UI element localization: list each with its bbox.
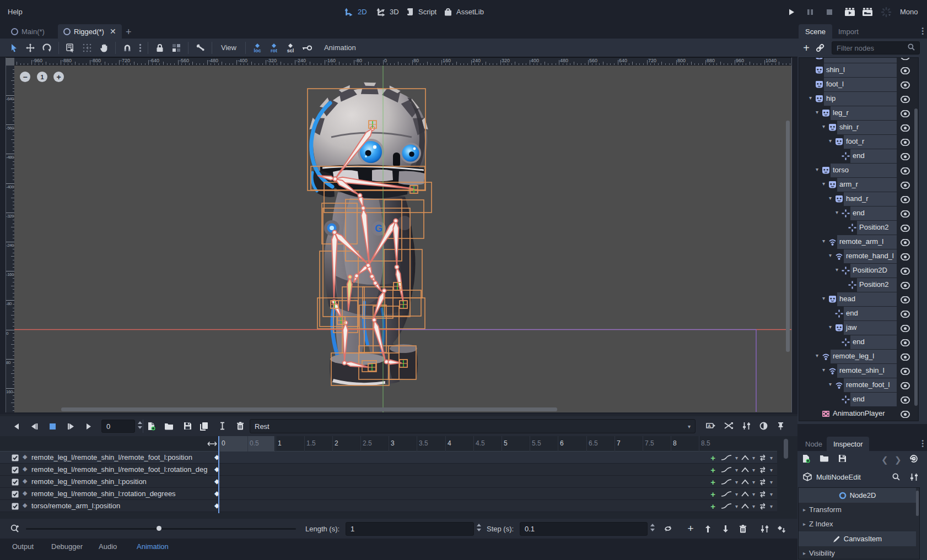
svg-text:rot: rot xyxy=(271,47,277,53)
svg-text:A: A xyxy=(708,423,711,428)
svg-text:loc: loc xyxy=(254,47,261,53)
svg-text:G: G xyxy=(375,223,382,234)
svg-text:scl: scl xyxy=(287,47,294,53)
